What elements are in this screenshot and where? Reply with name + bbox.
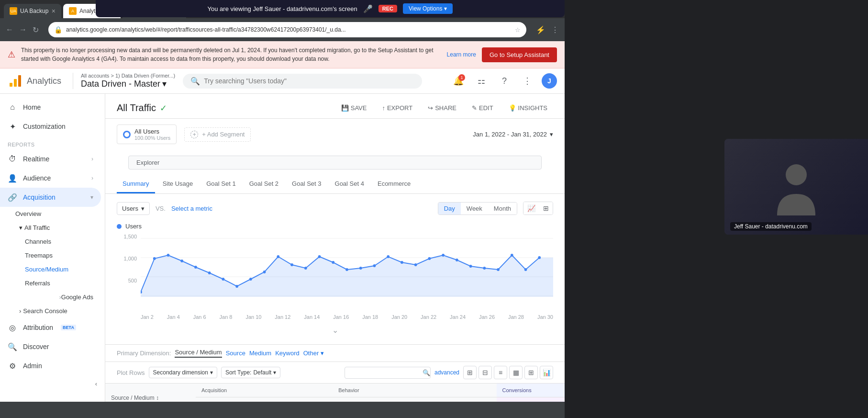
table-view-buttons: ⊞ ⊟ ≡ ▦ ⊞ 📊: [463, 366, 553, 379]
setup-assistant-button[interactable]: Go to Setup Assistant: [482, 47, 557, 62]
explorer-tab[interactable]: Explorer: [128, 156, 542, 169]
forward-button[interactable]: →: [17, 24, 29, 35]
sidebar-item-treemaps[interactable]: Treemaps: [25, 249, 101, 262]
property-selector[interactable]: Data Driven - Master ▾: [81, 79, 175, 89]
table-grid-button[interactable]: ⊞: [463, 366, 477, 379]
col-source-medium[interactable]: Source / Medium ↕: [105, 384, 196, 402]
table-search-box[interactable]: 🔍: [345, 367, 431, 379]
sidebar-item-overview[interactable]: Overview: [15, 207, 101, 221]
google-ads-label: Google Ads: [61, 294, 93, 301]
screen-share-text: You are viewing Jeff Sauer - datadrivenu…: [208, 5, 357, 12]
chart-legend: Users: [117, 223, 553, 230]
avatar[interactable]: J: [542, 73, 557, 89]
date-range-selector[interactable]: Jan 1, 2022 - Jan 31, 2022 ▾: [473, 131, 553, 138]
verified-icon: ✓: [160, 103, 167, 113]
tab-site-usage[interactable]: Site Usage: [157, 175, 199, 193]
table-pivot-button[interactable]: ⊞: [524, 366, 538, 379]
tab-goal-set-3[interactable]: Goal Set 3: [286, 175, 327, 193]
star-icon[interactable]: ☆: [515, 26, 521, 34]
col-bounce-rate[interactable]: Bounce Rate: [333, 397, 378, 402]
table-bar-button[interactable]: ▦: [509, 366, 523, 379]
tab-ecommerce[interactable]: Ecommerce: [372, 175, 416, 193]
share-button[interactable]: ↪ SHARE: [422, 102, 462, 114]
select-metric-link[interactable]: Select a metric: [171, 205, 212, 212]
learn-more-link[interactable]: Learn more: [447, 51, 476, 58]
sidebar-item-home[interactable]: ⌂ Home: [0, 98, 101, 117]
tab-goal-set-4[interactable]: Goal Set 4: [329, 175, 370, 193]
apps-button[interactable]: ⚏: [473, 72, 490, 90]
tab-ua-backup[interactable]: UA UA Backup ×: [4, 4, 61, 18]
back-button[interactable]: ←: [4, 24, 15, 35]
col-pages-session[interactable]: Pages/Session: [378, 397, 429, 402]
week-button[interactable]: Week: [461, 203, 488, 215]
table-list-button[interactable]: ≡: [494, 366, 507, 379]
tab-close-1[interactable]: ×: [52, 7, 56, 15]
advanced-link[interactable]: advanced: [434, 369, 459, 376]
svg-point-13: [222, 278, 225, 281]
sidebar-item-referrals[interactable]: Referrals: [25, 276, 101, 290]
tab-goal-set-1[interactable]: Goal Set 1: [200, 175, 241, 193]
col-new-sessions[interactable]: % New Sessions: [237, 397, 292, 402]
line-chart-button[interactable]: 📈: [523, 202, 539, 215]
export-button[interactable]: ↑ EXPORT: [376, 102, 418, 114]
pie-chart-button[interactable]: ⊞: [539, 202, 553, 215]
acquisition-submenu: Overview ▾ All Traffic Channels Treemaps: [0, 207, 105, 318]
table-search-input[interactable]: [349, 369, 421, 376]
month-button[interactable]: Month: [488, 203, 517, 215]
sidebar-item-all-traffic[interactable]: ▾ All Traffic: [15, 221, 101, 235]
audience-icon: 👤: [8, 173, 17, 183]
table-chart-button[interactable]: 📊: [540, 366, 553, 379]
sidebar-item-customization[interactable]: ✦ Customization: [0, 117, 101, 136]
sidebar-item-realtime[interactable]: ⏱ Realtime ›: [0, 149, 101, 169]
day-button[interactable]: Day: [438, 203, 461, 215]
view-options-button[interactable]: View Options ▾: [403, 3, 453, 14]
table-controls: Plot Rows Secondary dimension ▾ Sort Typ…: [105, 362, 565, 383]
help-button[interactable]: ?: [496, 72, 513, 90]
refresh-button[interactable]: ↻: [31, 24, 41, 35]
menu-icon[interactable]: ⋮: [549, 24, 561, 35]
sidebar-item-search-console[interactable]: › Search Console: [15, 304, 101, 318]
sort-type-select[interactable]: Sort Type: Default ▾: [221, 367, 281, 378]
plot-rows-button[interactable]: Plot Rows: [117, 369, 145, 376]
video-content: Jeff Sauer - datadrivenu.com: [724, 139, 868, 235]
all-users-segment[interactable]: All Users 100.00% Users: [117, 124, 177, 144]
warning-banner: ⚠ This property is no longer processing …: [0, 41, 565, 68]
insights-button[interactable]: 💡 INSIGHTS: [503, 102, 553, 114]
table-compare-button[interactable]: ⊟: [479, 366, 492, 379]
col-sessions[interactable]: Sessions: [196, 397, 237, 402]
secondary-dimension-select[interactable]: Secondary dimension ▾: [149, 367, 217, 378]
notifications-button[interactable]: 🔔 1: [450, 72, 467, 90]
sidebar-item-channels[interactable]: Channels: [25, 235, 101, 249]
chart-svg: [141, 234, 553, 305]
search-bar[interactable]: 🔍: [183, 74, 422, 89]
dim-source[interactable]: Source: [226, 350, 245, 357]
tab-summary[interactable]: Summary: [117, 175, 155, 193]
sidebar-item-discover[interactable]: 🔍 Discover: [0, 337, 101, 356]
dim-source-medium[interactable]: Source / Medium: [175, 349, 222, 358]
attribution-icon: ◎: [8, 323, 17, 332]
more-options-button[interactable]: ⋮: [519, 72, 536, 90]
url-bar[interactable]: analytics.google.com/analytics/web/#/rep…: [66, 26, 511, 33]
table-search-icon[interactable]: 🔍: [423, 369, 430, 376]
save-button[interactable]: 💾 SAVE: [335, 102, 373, 114]
edit-button[interactable]: ✎ EDIT: [466, 102, 499, 114]
sidebar-item-audience[interactable]: 👤 Audience ›: [0, 169, 101, 188]
dim-other[interactable]: Other ▾: [303, 350, 324, 357]
sidebar-item-attribution[interactable]: ◎ Attribution BETA: [0, 318, 101, 337]
sidebar-collapse-button[interactable]: ‹: [0, 375, 105, 392]
search-input[interactable]: [204, 77, 414, 85]
col-goal1[interactable]: Goal 1: 13) [14954] Thank you Contact pa…: [497, 397, 565, 402]
col-avg-duration[interactable]: Avg Session Duration: [429, 397, 497, 402]
sidebar-item-source-medium[interactable]: Source/Medium: [25, 262, 101, 276]
dim-medium[interactable]: Medium: [249, 350, 271, 357]
sidebar-item-google-ads[interactable]: › Google Ads: [25, 290, 101, 304]
add-segment-button[interactable]: + + Add Segment: [184, 127, 251, 142]
extensions-icon[interactable]: ⚡: [534, 24, 547, 35]
sidebar-item-acquisition[interactable]: 🔗 Acquisition ▾: [0, 188, 101, 207]
sidebar-item-admin[interactable]: ⚙ Admin: [0, 356, 101, 375]
tab-goal-set-2[interactable]: Goal Set 2: [244, 175, 284, 193]
metric-select-dropdown[interactable]: Users ▾: [117, 202, 150, 215]
dim-keyword[interactable]: Keyword: [275, 350, 300, 357]
col-new-users[interactable]: New Users: [292, 397, 333, 402]
svg-point-20: [318, 255, 321, 258]
